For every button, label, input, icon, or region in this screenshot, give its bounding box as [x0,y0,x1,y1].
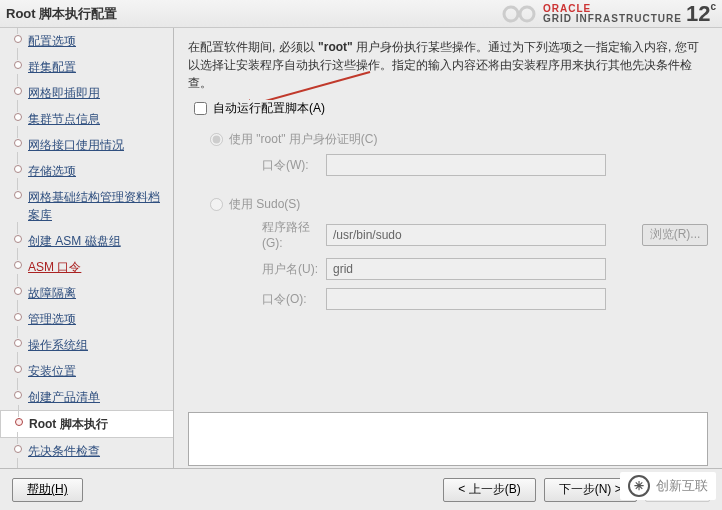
footer-bar: 帮助(H) < 上一步(B) 下一步(N) > 安装(I) [0,468,722,510]
sidebar-item-4[interactable]: 网络接口使用情况 [0,132,173,158]
sidebar-item-14[interactable]: Root 脚本执行 [0,410,174,438]
sidebar-item-2[interactable]: 网格即插即用 [0,80,173,106]
sidebar-item-label: 创建产品清单 [28,390,100,404]
sidebar-item-10[interactable]: 管理选项 [0,306,173,332]
sidebar-item-label: ASM 口令 [28,260,81,274]
instruction-text: 在配置软件期间, 必须以 "root" 用户身份执行某些操作。通过为下列选项之一… [188,38,708,92]
sidebar-item-label: 集群节点信息 [28,112,100,126]
sidebar-item-5[interactable]: 存储选项 [0,158,173,184]
program-path-input[interactable] [326,224,606,246]
auto-run-checkbox[interactable] [194,102,207,115]
sidebar-item-label: 网格基础结构管理资料档案库 [28,190,160,222]
version-text: 12c [686,1,716,27]
header-bar: Root 脚本执行配置 ORACLE GRID INFRASTRUCTURE 1… [0,0,722,28]
sidebar-item-8[interactable]: ASM 口令 [0,254,173,280]
content-area: 配置选项群集配置网格即插即用集群节点信息网络接口使用情况存储选项网格基础结构管理… [0,28,722,468]
gears-icon [501,3,539,25]
use-sudo-radio-row: 使用 Sudo(S) [210,196,708,213]
root-password-label: 口令(W): [262,157,326,174]
auto-run-checkbox-row[interactable]: 自动运行配置脚本(A) [194,100,708,117]
sidebar-item-label: 群集配置 [28,60,76,74]
svg-point-0 [504,7,518,21]
watermark-text: 创新互联 [656,477,708,495]
use-sudo-label: 使用 Sudo(S) [229,196,300,213]
back-button[interactable]: < 上一步(B) [443,478,535,502]
sidebar-item-label: 先决条件检查 [28,444,100,458]
sidebar-item-label: 操作系统组 [28,338,88,352]
sidebar-item-label: 配置选项 [28,34,76,48]
sidebar-item-label: 安装位置 [28,364,76,378]
username-input[interactable] [326,258,606,280]
sidebar-item-0[interactable]: 配置选项 [0,28,173,54]
sidebar-nav: 配置选项群集配置网格即插即用集群节点信息网络接口使用情况存储选项网格基础结构管理… [0,28,174,468]
sidebar-item-label: Root 脚本执行 [29,417,108,431]
auto-run-label: 自动运行配置脚本(A) [213,100,325,117]
main-panel: 在配置软件期间, 必须以 "root" 用户身份执行某些操作。通过为下列选项之一… [174,28,722,468]
sidebar-item-16: 概要 [0,464,173,468]
grid-text: GRID INFRASTRUCTURE [543,14,682,24]
sidebar-item-9[interactable]: 故障隔离 [0,280,173,306]
sidebar-item-label: 管理选项 [28,312,76,326]
sidebar-item-15[interactable]: 先决条件检查 [0,438,173,464]
sidebar-item-7[interactable]: 创建 ASM 磁盘组 [0,228,173,254]
root-password-input[interactable] [326,154,606,176]
sidebar-item-1[interactable]: 群集配置 [0,54,173,80]
sidebar-item-3[interactable]: 集群节点信息 [0,106,173,132]
browse-button[interactable]: 浏览(R)... [642,224,708,246]
sidebar-item-11[interactable]: 操作系统组 [0,332,173,358]
sudo-password-label: 口令(O): [262,291,326,308]
username-label: 用户名(U): [262,261,326,278]
program-path-label: 程序路径(G): [262,219,326,250]
watermark-logo-icon: ✳ [628,475,650,497]
sidebar-item-label: 网格即插即用 [28,86,100,100]
credentials-group: 使用 "root" 用户身份证明(C) 口令(W): 使用 Sudo(S) 程序… [210,131,708,310]
sidebar-item-label: 网络接口使用情况 [28,138,124,152]
use-root-radio[interactable] [210,133,223,146]
use-root-label: 使用 "root" 用户身份证明(C) [229,131,378,148]
sidebar-item-12[interactable]: 安装位置 [0,358,173,384]
use-sudo-radio[interactable] [210,198,223,211]
log-output-box [188,412,708,466]
page-title: Root 脚本执行配置 [6,5,117,23]
sidebar-item-13[interactable]: 创建产品清单 [0,384,173,410]
sudo-password-input[interactable] [326,288,606,310]
sidebar-item-label: 创建 ASM 磁盘组 [28,234,121,248]
brand-logo: ORACLE GRID INFRASTRUCTURE 12c [501,1,716,27]
watermark: ✳ 创新互联 [620,472,716,500]
oracle-text: ORACLE [543,4,682,14]
svg-point-1 [520,7,534,21]
sidebar-item-label: 故障隔离 [28,286,76,300]
help-button[interactable]: 帮助(H) [12,478,83,502]
sidebar-item-label: 存储选项 [28,164,76,178]
use-root-radio-row: 使用 "root" 用户身份证明(C) [210,131,708,148]
sidebar-item-6[interactable]: 网格基础结构管理资料档案库 [0,184,173,228]
